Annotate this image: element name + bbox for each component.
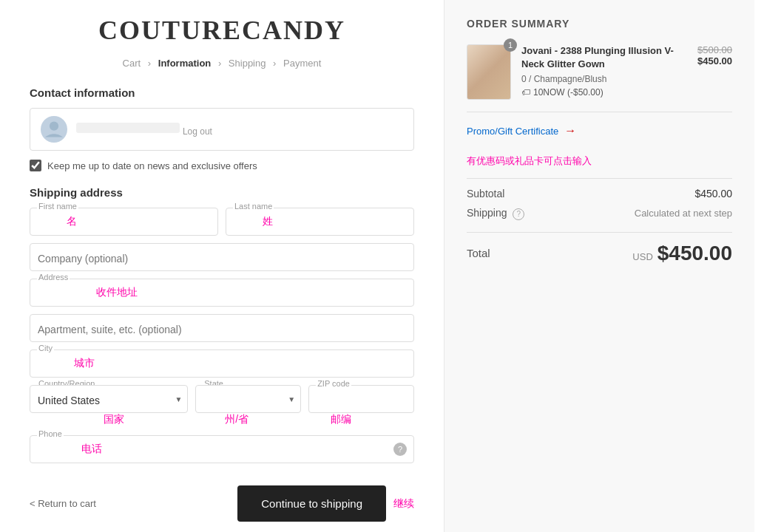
subtotal-label: Subtotal <box>467 188 504 200</box>
shipping-help-icon[interactable]: ? <box>513 208 524 220</box>
bottom-bar: < Return to cart Continue to shipping 继续 <box>30 478 414 522</box>
breadcrumb: Cart › Information › Shipping › Payment <box>30 58 414 69</box>
country-state-zip-row: Country/Region United States ▼ 国家 State … <box>30 385 414 413</box>
product-info: Jovani - 2388 Plunging Illusion V-Neck G… <box>521 44 687 98</box>
first-name-label: First name <box>37 202 78 211</box>
country-annotation: 国家 <box>104 413 124 426</box>
product-name: Jovani - 2388 Plunging Illusion V-Neck G… <box>521 44 687 71</box>
breadcrumb-cart[interactable]: Cart <box>123 58 141 69</box>
shipping-section: Shipping address First name 名 Last name … <box>30 186 414 463</box>
contact-details: Log out <box>76 123 403 137</box>
contact-email <box>76 123 180 133</box>
avatar <box>41 116 67 143</box>
order-summary-title: ORDER SUMMARY <box>467 18 732 30</box>
total-label: Total <box>467 247 490 259</box>
continue-to-shipping-button[interactable]: Continue to shipping <box>237 485 386 522</box>
product-image-wrap: 1 <box>467 44 511 100</box>
shipping-value: Calculated at next step <box>635 208 732 219</box>
last-name-input[interactable] <box>226 208 414 236</box>
left-panel: COUTURECANDY Cart › Information › Shippi… <box>0 0 444 532</box>
apt-field <box>30 314 414 342</box>
product-quantity-badge: 1 <box>504 38 517 52</box>
breadcrumb-payment[interactable]: Payment <box>283 58 321 69</box>
promo-arrow-icon: → <box>564 124 576 137</box>
country-field: Country/Region United States ▼ 国家 <box>30 385 188 413</box>
state-field: State ▼ 州/省 <box>195 385 301 413</box>
breadcrumb-shipping[interactable]: Shipping <box>229 58 266 69</box>
continue-annotation: 继续 <box>393 497 414 511</box>
promo-gift-link[interactable]: Promo/Gift Certificate <box>467 126 558 137</box>
first-name-input[interactable] <box>30 208 218 236</box>
logout-link[interactable]: Log out <box>183 126 212 137</box>
brand-logo: COUTURECANDY <box>30 15 414 46</box>
newsletter-row: Keep me up to date on news and exclusive… <box>30 160 414 171</box>
total-value: $450.00 <box>657 242 732 265</box>
contact-info-box: Log out <box>30 108 414 151</box>
name-row: First name 名 Last name 姓 <box>30 208 414 236</box>
price-current: $450.00 <box>697 55 732 66</box>
product-price: $500.00 $450.00 <box>697 44 732 66</box>
product-discount: 🏷 10NOW (-$50.00) <box>521 87 687 98</box>
contact-section-title: Contact information <box>30 86 414 99</box>
total-row: Total USD $450.00 <box>467 232 732 265</box>
product-variant: 0 / Champagne/Blush <box>521 74 687 84</box>
zip-input[interactable] <box>308 385 414 413</box>
product-row: 1 Jovani - 2388 Plunging Illusion V-Neck… <box>467 44 732 112</box>
phone-label: Phone <box>37 429 64 438</box>
last-name-label: Last name <box>233 202 274 211</box>
state-annotation: 州/省 <box>225 413 248 426</box>
phone-input[interactable] <box>30 435 414 463</box>
state-select[interactable] <box>195 385 301 413</box>
promo-annotation: 有优惠码或礼品卡可点击输入 <box>467 155 592 166</box>
address-input[interactable] <box>30 279 414 307</box>
shipping-label: Shipping ? <box>467 207 524 220</box>
first-name-field: First name 名 <box>30 208 218 236</box>
shipping-row: Shipping ? Calculated at next step <box>467 207 732 220</box>
company-field <box>30 243 414 271</box>
svg-point-0 <box>50 122 58 131</box>
price-original: $500.00 <box>697 44 732 55</box>
right-panel: ORDER SUMMARY 1 Jovani - 2388 Plunging I… <box>444 0 754 532</box>
zip-annotation: 邮编 <box>331 413 351 426</box>
breadcrumb-information: Information <box>158 58 212 69</box>
address-label: Address <box>37 273 70 282</box>
phone-help-icon[interactable]: ? <box>393 443 407 456</box>
total-currency: USD <box>632 251 652 262</box>
phone-field: Phone ? 电话 <box>30 435 414 463</box>
shipping-section-title: Shipping address <box>30 186 414 199</box>
newsletter-checkbox[interactable] <box>30 160 41 171</box>
city-input[interactable] <box>30 349 414 378</box>
product-image <box>467 44 511 100</box>
return-to-cart-link[interactable]: < Return to cart <box>30 498 96 509</box>
zip-field: ZIP code 邮编 <box>308 385 414 413</box>
apt-input[interactable] <box>30 314 414 342</box>
last-name-field: Last name 姓 <box>226 208 414 236</box>
zip-label: ZIP code <box>316 379 351 388</box>
total-value-wrap: USD $450.00 <box>632 242 732 265</box>
company-input[interactable] <box>30 243 414 271</box>
country-select[interactable]: United States <box>30 385 188 413</box>
city-field: City 城市 <box>30 349 414 378</box>
subtotal-row: Subtotal $450.00 <box>467 188 732 200</box>
address-field: Address 收件地址 <box>30 279 414 307</box>
subtotal-value: $450.00 <box>694 188 732 200</box>
discount-code: 10NOW (-$50.00) <box>533 87 604 98</box>
city-label: City <box>37 344 54 352</box>
divider-1 <box>467 178 732 179</box>
newsletter-label: Keep me up to date on news and exclusive… <box>47 160 257 171</box>
tag-icon: 🏷 <box>521 87 530 98</box>
